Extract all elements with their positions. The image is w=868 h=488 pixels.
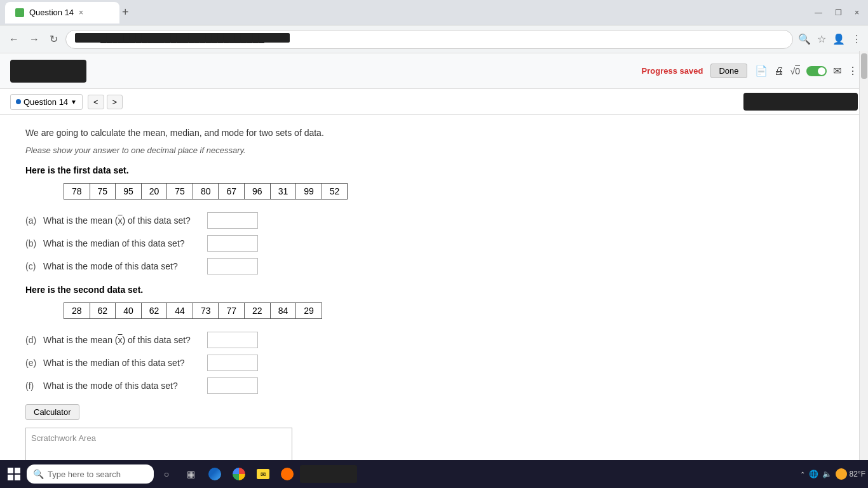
answer-f-input[interactable] bbox=[207, 377, 258, 394]
main-content: We are going to calculate the mean, medi… bbox=[0, 115, 572, 485]
scratchwork-label: Scratchwork Area bbox=[31, 433, 96, 443]
data-cell: 77 bbox=[219, 303, 245, 319]
q-f-text: What is the mode of this data set? bbox=[43, 381, 202, 391]
data-cell: 22 bbox=[245, 303, 271, 319]
question-selector[interactable]: Question 14 ▼ bbox=[10, 94, 83, 110]
new-tab-button[interactable]: + bbox=[122, 6, 129, 19]
scrollbar-track[interactable] bbox=[859, 51, 868, 463]
data-cell: 52 bbox=[322, 184, 348, 200]
data-cell: 62 bbox=[90, 303, 116, 319]
data-cell: 44 bbox=[167, 303, 193, 319]
data-cell: 78 bbox=[64, 184, 90, 200]
taskbar-search-bar[interactable]: 🔍 Type here to search bbox=[27, 464, 154, 484]
q-b-label: (b) bbox=[25, 238, 38, 248]
data-cell: 75 bbox=[90, 184, 116, 200]
taskbar-blacked-area bbox=[300, 465, 357, 483]
done-button[interactable]: Done bbox=[710, 64, 747, 78]
app-header: Progress saved Done 📄 🖨 √0 ✉ ⋮ bbox=[0, 53, 868, 89]
question-label: Question 14 bbox=[24, 97, 68, 107]
browser-chrome: Question 14 × + — ❐ × bbox=[0, 0, 868, 25]
data-cell: 28 bbox=[64, 303, 90, 319]
tab-favicon bbox=[15, 8, 24, 17]
windows-logo-icon bbox=[8, 468, 20, 480]
forward-button[interactable]: → bbox=[27, 31, 42, 48]
question-d-row: (d) What is the mean (x) of this data se… bbox=[25, 332, 546, 348]
temperature-text: 82°F bbox=[850, 470, 865, 478]
browser-menu-icon[interactable]: ⋮ bbox=[851, 33, 862, 45]
q-a-label: (a) bbox=[25, 215, 38, 226]
data-cell: 95 bbox=[116, 184, 142, 200]
more-options-icon[interactable]: ⋮ bbox=[848, 65, 858, 77]
taskbar-mail-icon[interactable]: ✉ bbox=[252, 463, 275, 485]
answer-c-input[interactable] bbox=[207, 258, 258, 274]
second-set-title: Here is the second data set. bbox=[25, 285, 546, 295]
data-cell: 29 bbox=[296, 303, 322, 319]
taskbar-chrome-icon[interactable] bbox=[227, 463, 250, 485]
taskbar-firefox-icon[interactable] bbox=[276, 463, 299, 485]
address-input[interactable]: ████████████████████████████ bbox=[65, 30, 793, 49]
data-cell: 73 bbox=[193, 303, 219, 319]
taskbar: 🔍 Type here to search ○ ▦ ✉ ⌃ 🌐 🔈 82°F bbox=[0, 460, 868, 485]
header-right: Progress saved Done 📄 🖨 √0 ✉ ⋮ bbox=[642, 64, 858, 78]
weather-widget: 82°F bbox=[836, 468, 865, 480]
browser-toolbar-icons: 🔍 ☆ 👤 ⋮ bbox=[798, 33, 862, 45]
document-icon[interactable]: 📄 bbox=[755, 65, 768, 77]
taskbar-browser-icon[interactable] bbox=[203, 463, 226, 485]
first-set-title: Here is the first data set. bbox=[25, 165, 546, 175]
widgets-icon: ▦ bbox=[187, 469, 195, 479]
calculator-button[interactable]: Calculator bbox=[25, 404, 79, 420]
data-cell: 62 bbox=[141, 303, 167, 319]
progress-indicator bbox=[743, 93, 858, 111]
question-nav-bar: Question 14 ▼ < > bbox=[0, 89, 868, 115]
window-controls: — ❐ × bbox=[811, 7, 863, 18]
scrollbar-thumb[interactable] bbox=[861, 53, 867, 79]
question-nav-arrows: < > bbox=[88, 95, 123, 109]
q-e-label: (e) bbox=[25, 358, 38, 368]
minimize-button[interactable]: — bbox=[811, 7, 826, 18]
maximize-button[interactable]: ❐ bbox=[831, 7, 846, 18]
q-d-label: (d) bbox=[25, 335, 38, 345]
q-a-text: What is the mean (x) of this data set? bbox=[43, 215, 202, 226]
q-e-text: What is the median of this data set? bbox=[43, 358, 202, 368]
account-icon[interactable]: 👤 bbox=[832, 33, 845, 45]
toggle-switch[interactable] bbox=[806, 66, 827, 76]
prev-question-button[interactable]: < bbox=[88, 95, 104, 109]
active-tab[interactable]: Question 14 × bbox=[5, 2, 119, 24]
next-question-button[interactable]: > bbox=[107, 95, 123, 109]
speaker-icon[interactable]: 🔈 bbox=[822, 470, 832, 478]
close-button[interactable]: × bbox=[851, 7, 863, 18]
print-icon[interactable]: 🖨 bbox=[774, 65, 784, 77]
bookmark-icon[interactable]: ☆ bbox=[817, 33, 826, 45]
data-cell: 40 bbox=[116, 303, 142, 319]
data-cell: 99 bbox=[296, 184, 322, 200]
start-button[interactable] bbox=[3, 463, 25, 485]
progress-saved-text: Progress saved bbox=[642, 66, 703, 76]
back-button[interactable]: ← bbox=[6, 31, 22, 48]
network-icon[interactable]: 🌐 bbox=[809, 470, 818, 478]
data-cell: 67 bbox=[219, 184, 245, 200]
search-icon[interactable]: 🔍 bbox=[798, 33, 811, 45]
q-c-text: What is the mode of this data set? bbox=[43, 261, 202, 271]
question-e-row: (e) What is the median of this data set? bbox=[25, 355, 546, 371]
data-cell: 31 bbox=[270, 184, 296, 200]
answer-d-input[interactable] bbox=[207, 332, 258, 348]
answer-a-input[interactable] bbox=[207, 212, 258, 229]
taskbar-search-text: Type here to search bbox=[48, 470, 121, 479]
chevron-down-icon: ▼ bbox=[71, 98, 77, 105]
refresh-button[interactable]: ↻ bbox=[47, 30, 60, 48]
tab-close-button[interactable]: × bbox=[79, 8, 83, 17]
mail-icon[interactable]: ✉ bbox=[833, 65, 841, 77]
sqrt-icon[interactable]: √0 bbox=[790, 66, 800, 76]
answer-b-input[interactable] bbox=[207, 235, 258, 252]
taskbar-widgets-button[interactable]: ▦ bbox=[179, 463, 202, 485]
first-data-table: 7875952075806796319952 bbox=[64, 183, 348, 200]
data-cell: 96 bbox=[245, 184, 271, 200]
q-c-label: (c) bbox=[25, 261, 38, 271]
q-b-text: What is the median of this data set? bbox=[43, 238, 202, 248]
chevron-up-icon[interactable]: ⌃ bbox=[800, 471, 805, 478]
data-cell: 20 bbox=[141, 184, 167, 200]
decimal-note: Please show your answer to one decimal p… bbox=[25, 146, 546, 155]
system-tray-icons: ⌃ 🌐 🔈 bbox=[800, 470, 832, 478]
taskview-button[interactable]: ○ bbox=[155, 463, 178, 485]
answer-e-input[interactable] bbox=[207, 355, 258, 371]
